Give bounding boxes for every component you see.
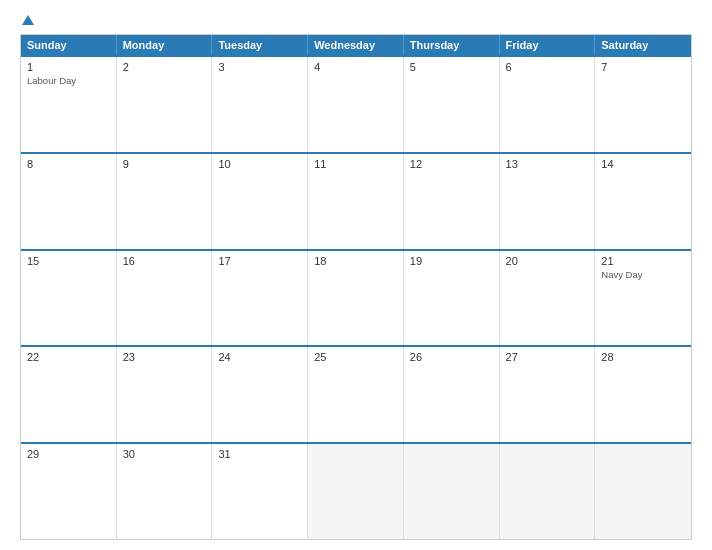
day-number: 12 [410, 158, 493, 170]
day-number: 29 [27, 448, 110, 460]
day-number: 13 [506, 158, 589, 170]
day-cell: 18 [308, 251, 404, 346]
day-number: 8 [27, 158, 110, 170]
day-number: 26 [410, 351, 493, 363]
day-number: 27 [506, 351, 589, 363]
day-cell: 29 [21, 444, 117, 539]
week-row-3: 15161718192021Navy Day [21, 249, 691, 346]
day-cell: 16 [117, 251, 213, 346]
day-number: 10 [218, 158, 301, 170]
day-number: 18 [314, 255, 397, 267]
day-number: 17 [218, 255, 301, 267]
day-number: 21 [601, 255, 685, 267]
day-number: 20 [506, 255, 589, 267]
day-number: 25 [314, 351, 397, 363]
day-number: 30 [123, 448, 206, 460]
day-cell: 28 [595, 347, 691, 442]
day-number: 7 [601, 61, 685, 73]
holiday-label: Navy Day [601, 269, 685, 281]
day-cell: 13 [500, 154, 596, 249]
day-cell: 26 [404, 347, 500, 442]
day-header-tuesday: Tuesday [212, 35, 308, 55]
logo-triangle-icon [22, 15, 34, 25]
header [20, 16, 692, 26]
day-cell: 31 [212, 444, 308, 539]
day-cell: 21Navy Day [595, 251, 691, 346]
day-cell: 22 [21, 347, 117, 442]
day-cell: 15 [21, 251, 117, 346]
day-cell: 30 [117, 444, 213, 539]
day-cell: 14 [595, 154, 691, 249]
day-number: 9 [123, 158, 206, 170]
day-header-saturday: Saturday [595, 35, 691, 55]
day-cell: 2 [117, 57, 213, 152]
day-header-friday: Friday [500, 35, 596, 55]
day-header-monday: Monday [117, 35, 213, 55]
day-number: 1 [27, 61, 110, 73]
day-number: 6 [506, 61, 589, 73]
day-number: 16 [123, 255, 206, 267]
day-number: 22 [27, 351, 110, 363]
day-cell [308, 444, 404, 539]
day-cell: 5 [404, 57, 500, 152]
day-cell: 4 [308, 57, 404, 152]
day-number: 19 [410, 255, 493, 267]
day-number: 14 [601, 158, 685, 170]
day-cell: 27 [500, 347, 596, 442]
week-row-5: 293031 [21, 442, 691, 539]
day-cell: 24 [212, 347, 308, 442]
day-number: 11 [314, 158, 397, 170]
day-cell: 10 [212, 154, 308, 249]
day-cell: 8 [21, 154, 117, 249]
day-cell [595, 444, 691, 539]
week-row-4: 22232425262728 [21, 345, 691, 442]
day-cell: 1Labour Day [21, 57, 117, 152]
day-number: 2 [123, 61, 206, 73]
day-number: 24 [218, 351, 301, 363]
day-header-wednesday: Wednesday [308, 35, 404, 55]
week-row-1: 1Labour Day234567 [21, 55, 691, 152]
day-number: 28 [601, 351, 685, 363]
day-cell: 23 [117, 347, 213, 442]
day-number: 23 [123, 351, 206, 363]
day-header-thursday: Thursday [404, 35, 500, 55]
day-number: 5 [410, 61, 493, 73]
day-cell: 12 [404, 154, 500, 249]
day-cell [404, 444, 500, 539]
weeks-container: 1Labour Day23456789101112131415161718192… [21, 55, 691, 539]
calendar-page: SundayMondayTuesdayWednesdayThursdayFrid… [0, 0, 712, 550]
day-cell: 25 [308, 347, 404, 442]
day-cell [500, 444, 596, 539]
day-cell: 7 [595, 57, 691, 152]
day-cell: 17 [212, 251, 308, 346]
day-number: 4 [314, 61, 397, 73]
day-headers-row: SundayMondayTuesdayWednesdayThursdayFrid… [21, 35, 691, 55]
day-number: 31 [218, 448, 301, 460]
day-cell: 20 [500, 251, 596, 346]
calendar-grid: SundayMondayTuesdayWednesdayThursdayFrid… [20, 34, 692, 540]
day-cell: 6 [500, 57, 596, 152]
day-cell: 11 [308, 154, 404, 249]
day-cell: 19 [404, 251, 500, 346]
week-row-2: 891011121314 [21, 152, 691, 249]
day-number: 3 [218, 61, 301, 73]
day-cell: 9 [117, 154, 213, 249]
day-header-sunday: Sunday [21, 35, 117, 55]
logo [20, 16, 34, 26]
holiday-label: Labour Day [27, 75, 110, 87]
day-cell: 3 [212, 57, 308, 152]
day-number: 15 [27, 255, 110, 267]
